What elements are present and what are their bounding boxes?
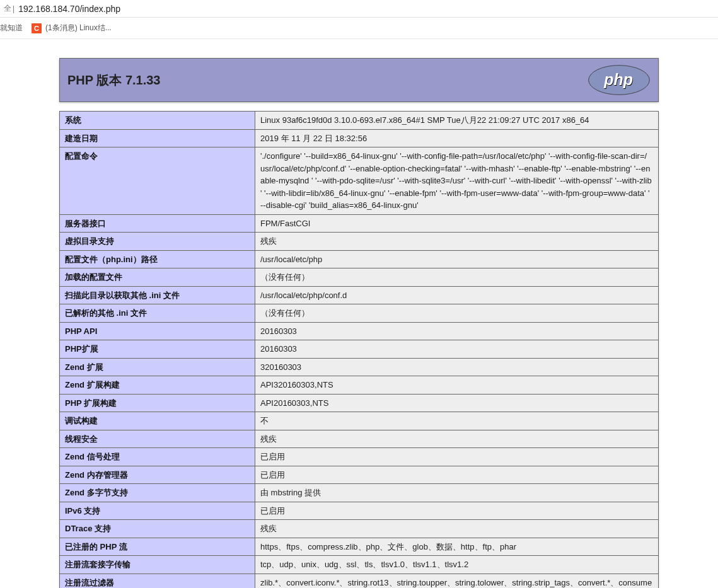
table-row: 加载的配置文件（没有任何） — [60, 268, 659, 287]
page-content: PHP 版本 7.1.33 php php 系统Linux 93af6c19fd… — [0, 39, 718, 588]
info-label: 加载的配置文件 — [60, 268, 255, 287]
info-label: 已注册的 PHP 流 — [60, 538, 255, 556]
info-label: Zend 多字节支持 — [60, 484, 255, 502]
table-row: 注册流过滤器zlib.*、convert.iconv.*、string.rot1… — [60, 574, 659, 588]
info-label: 扫描此目录以获取其他 .ini 文件 — [60, 286, 255, 304]
phpinfo-header: PHP 版本 7.1.33 php php — [59, 58, 659, 102]
table-row: 已注册的 PHP 流https、ftps、compress.zlib、php、文… — [60, 538, 659, 556]
info-value: tcp、udp、unix、udg、ssl、tls、tlsv1.0、tlsv1.1… — [255, 556, 659, 574]
info-value: 20160303 — [255, 322, 659, 340]
info-value: 残疾 — [255, 520, 659, 538]
info-value: './configure' '--build=x86_64-linux-gnu'… — [255, 147, 659, 215]
info-label: Zend 扩展 — [60, 358, 255, 376]
table-row: 建造日期2019 年 11 月 22 日 18:32:56 — [60, 129, 659, 147]
svg-text:php: php — [603, 71, 633, 88]
bookmark-bar: 就知道 C (1条消息) Linux结... — [0, 18, 718, 39]
info-value: 不 — [255, 412, 659, 430]
info-value: FPM/FastCGI — [255, 214, 659, 233]
php-logo-icon: php php — [588, 64, 651, 96]
info-label: 注册流套接字传输 — [60, 556, 255, 574]
info-label: Zend 信号处理 — [60, 448, 255, 466]
info-value: （没有任何） — [255, 268, 659, 287]
info-label: DTrace 支持 — [60, 520, 255, 538]
table-row: PHP 扩展构建API20160303,NTS — [60, 394, 659, 412]
info-value: 残疾 — [255, 430, 659, 448]
info-label: PHP扩展 — [60, 340, 255, 359]
bookmark-item-1[interactable]: 就知道 — [0, 23, 23, 33]
table-row: PHP API20160303 — [60, 322, 659, 340]
info-value: Linux 93af6c19fd0d 3.10.0-693.el7.x86_64… — [255, 112, 659, 130]
table-row: Zend 信号处理已启用 — [60, 448, 659, 466]
table-row: 调试构建不 — [60, 412, 659, 430]
address-bar: 全 | 192.168.184.70/index.php — [0, 0, 718, 18]
info-value: /usr/local/etc/php/conf.d — [255, 286, 659, 304]
info-label: 建造日期 — [60, 129, 255, 147]
table-row: 注册流套接字传输tcp、udp、unix、udg、ssl、tls、tlsv1.0… — [60, 556, 659, 574]
address-separator: | — [13, 4, 14, 13]
table-row: Zend 扩展320160303 — [60, 358, 659, 376]
info-value: 320160303 — [255, 358, 659, 376]
info-label: 系统 — [60, 112, 255, 130]
info-value: API20160303,NTS — [255, 394, 659, 412]
info-label: PHP API — [60, 322, 255, 340]
table-row: 系统Linux 93af6c19fd0d 3.10.0-693.el7.x86_… — [60, 112, 659, 130]
csdn-icon: C — [32, 23, 42, 33]
info-value: 由 mbstring 提供 — [255, 484, 659, 502]
info-label: Zend 内存管理器 — [60, 466, 255, 484]
info-label: 注册流过滤器 — [60, 574, 255, 588]
info-value: （没有任何） — [255, 304, 659, 323]
table-row: 已解析的其他 .ini 文件（没有任何） — [60, 304, 659, 323]
info-label: 配置文件（php.ini）路径 — [60, 250, 255, 268]
table-row: 扫描此目录以获取其他 .ini 文件/usr/local/etc/php/con… — [60, 286, 659, 304]
security-indicator: 全 — [4, 3, 11, 14]
info-label: 线程安全 — [60, 430, 255, 448]
table-row: Zend 内存管理器已启用 — [60, 466, 659, 484]
bookmark-label: 就知道 — [0, 23, 23, 33]
info-label: 调试构建 — [60, 412, 255, 430]
info-value: API320160303,NTS — [255, 376, 659, 395]
table-row: IPv6 支持已启用 — [60, 502, 659, 520]
table-row: 虚拟目录支持残疾 — [60, 233, 659, 251]
table-row: PHP扩展20160303 — [60, 340, 659, 359]
page-title: PHP 版本 7.1.33 — [67, 72, 160, 89]
bookmark-label: (1条消息) Linux结... — [45, 23, 112, 33]
table-row: 配置命令'./configure' '--build=x86_64-linux-… — [60, 147, 659, 215]
table-row: 线程安全残疾 — [60, 430, 659, 448]
info-label: IPv6 支持 — [60, 502, 255, 520]
info-value: 2019 年 11 月 22 日 18:32:56 — [255, 129, 659, 147]
bookmark-item-2[interactable]: C (1条消息) Linux结... — [32, 23, 112, 33]
table-row: 配置文件（php.ini）路径/usr/local/etc/php — [60, 250, 659, 268]
info-value: https、ftps、compress.zlib、php、文件、glob、数据、… — [255, 538, 659, 556]
phpinfo-table: 系统Linux 93af6c19fd0d 3.10.0-693.el7.x86_… — [59, 111, 659, 588]
info-value: 已启用 — [255, 448, 659, 466]
info-label: 配置命令 — [60, 147, 255, 215]
info-label: PHP 扩展构建 — [60, 394, 255, 412]
table-row: 服务器接口FPM/FastCGI — [60, 214, 659, 233]
info-label: 虚拟目录支持 — [60, 233, 255, 251]
info-value: 已启用 — [255, 466, 659, 484]
table-row: Zend 多字节支持由 mbstring 提供 — [60, 484, 659, 502]
info-value: 残疾 — [255, 233, 659, 251]
info-label: Zend 扩展构建 — [60, 376, 255, 395]
info-label: 已解析的其他 .ini 文件 — [60, 304, 255, 323]
table-row: Zend 扩展构建API320160303,NTS — [60, 376, 659, 395]
info-value: zlib.*、convert.iconv.*、string.rot13、stri… — [255, 574, 659, 588]
info-value: /usr/local/etc/php — [255, 250, 659, 268]
info-label: 服务器接口 — [60, 214, 255, 233]
url-field[interactable]: 192.168.184.70/index.php — [18, 4, 120, 14]
table-row: DTrace 支持残疾 — [60, 520, 659, 538]
info-value: 20160303 — [255, 340, 659, 359]
info-value: 已启用 — [255, 502, 659, 520]
